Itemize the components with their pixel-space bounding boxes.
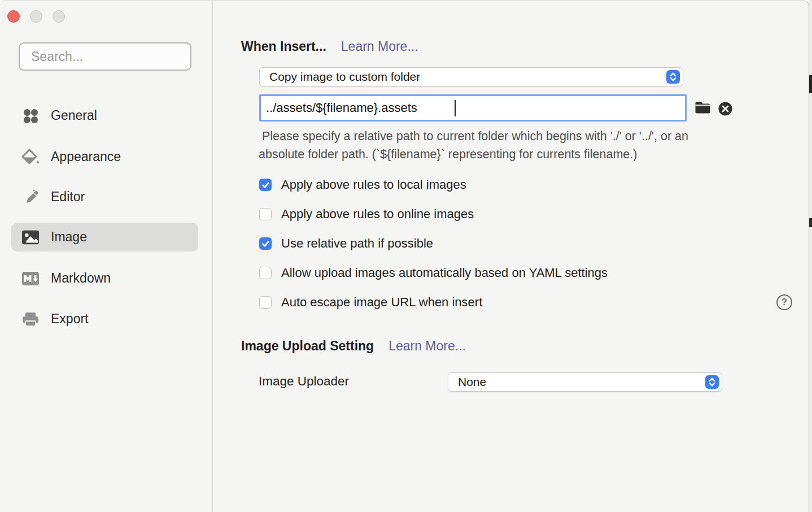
screen: General Appearance [0, 0, 812, 512]
checkbox[interactable] [259, 208, 272, 220]
checkbox-row-local-images[interactable]: Apply above rules to local images [259, 177, 466, 192]
sidebar-item-markdown[interactable]: Markdown [11, 264, 198, 293]
minimize-button[interactable] [30, 10, 42, 23]
custom-folder-path-input[interactable] [259, 94, 687, 122]
checkbox-label: Use relative path if possible [281, 236, 433, 251]
when-insert-learn-more-link[interactable]: Learn More... [341, 39, 418, 54]
checkbox[interactable] [259, 296, 272, 309]
sidebar-item-label: Export [51, 311, 88, 327]
folder-icon [695, 101, 711, 115]
sidebar-item-label: Image [51, 229, 87, 245]
checkbox-row-yaml-upload[interactable]: Allow upload images automatically based … [259, 266, 608, 280]
checkmark-icon [261, 240, 270, 248]
checkbox[interactable] [259, 267, 272, 279]
markdown-icon [21, 270, 40, 288]
checkmark-icon [261, 181, 270, 189]
search-input[interactable] [19, 42, 191, 71]
checkbox-row-auto-escape[interactable]: Auto escape image URL when insert [259, 295, 482, 310]
paint-bucket-icon [21, 148, 40, 166]
sidebar-item-general[interactable]: General [11, 101, 198, 130]
upload-setting-title: Image Upload Setting [241, 339, 374, 354]
preferences-window: General Appearance [0, 0, 809, 512]
checkbox-label: Apply above rules to local images [281, 177, 466, 192]
image-uploader-label: Image Uploader [259, 374, 349, 389]
upload-setting-learn-more-link[interactable]: Learn More... [388, 339, 466, 354]
sidebar: General Appearance [0, 1, 213, 512]
sidebar-item-editor[interactable]: Editor [11, 183, 198, 211]
insert-action-select[interactable]: Copy image to custom folder [259, 67, 683, 86]
checkbox-label: Apply above rules to online images [281, 207, 474, 222]
image-settings-panel: When Insert... Learn More... Copy image … [214, 1, 809, 512]
clear-path-button[interactable] [718, 102, 732, 116]
sidebar-item-label: Markdown [51, 271, 111, 286]
image-uploader-select[interactable]: None [448, 372, 722, 392]
close-button[interactable] [7, 10, 20, 23]
sidebar-item-export[interactable]: Export [11, 305, 198, 333]
grid-icon [21, 107, 40, 125]
sidebar-item-image[interactable]: Image [11, 223, 198, 251]
upload-setting-header: Image Upload Setting Learn More... [241, 339, 466, 354]
zoom-button[interactable] [53, 10, 65, 23]
insert-action-value: Copy image to custom folder [260, 70, 666, 84]
sidebar-item-label: General [51, 108, 97, 123]
image-icon [21, 228, 40, 246]
checkbox-row-relative-path[interactable]: Use relative path if possible [259, 236, 433, 251]
help-icon[interactable]: ? [776, 294, 792, 310]
when-insert-header: When Insert... Learn More... [241, 39, 418, 54]
when-insert-title: When Insert... [241, 39, 326, 54]
path-help-text-line-1: Please specify a relative path to curren… [259, 127, 789, 145]
printer-icon [21, 310, 40, 328]
checkbox[interactable] [259, 179, 272, 191]
pencil-icon [21, 188, 40, 206]
checkbox-row-online-images[interactable]: Apply above rules to online images [259, 207, 474, 222]
checkbox[interactable] [259, 237, 272, 250]
checkbox-label: Auto escape image URL when insert [281, 295, 482, 310]
image-uploader-value: None [448, 375, 705, 389]
choose-folder-button[interactable] [695, 101, 711, 115]
sidebar-item-label: Editor [51, 189, 85, 205]
select-stepper-icon [666, 70, 680, 84]
sidebar-item-appearance[interactable]: Appearance [11, 142, 198, 171]
sidebar-item-label: Appearance [51, 149, 121, 164]
path-help-text-line-2: absolute folder path. (`${filename}` rep… [259, 145, 789, 163]
text-caret [455, 100, 456, 116]
close-circle-icon [718, 102, 732, 116]
checkbox-label: Allow upload images automatically based … [281, 266, 608, 280]
select-stepper-icon [705, 375, 719, 389]
